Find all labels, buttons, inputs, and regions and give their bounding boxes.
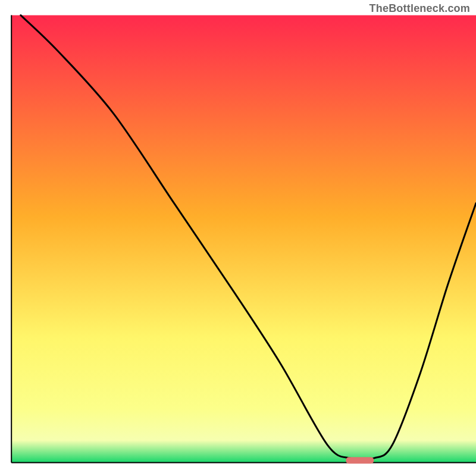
gradient-background: [11, 15, 476, 463]
optimal-marker: [346, 457, 374, 464]
bottleneck-chart: [0, 0, 476, 476]
chart-container: TheBottleneck.com: [0, 0, 476, 476]
watermark-label: TheBottleneck.com: [369, 2, 470, 15]
